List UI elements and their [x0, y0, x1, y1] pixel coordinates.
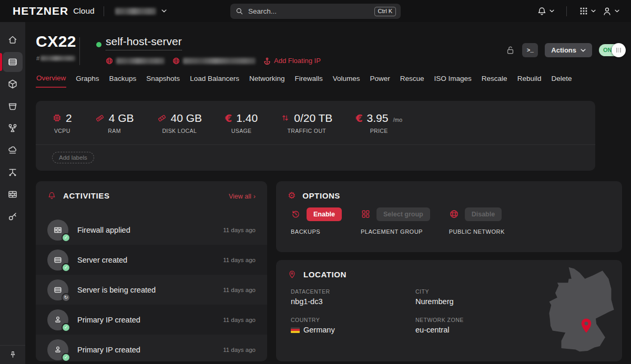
euro-icon: €: [225, 112, 232, 124]
field-city: CITY Nuremberg: [415, 288, 508, 306]
key-icon: [7, 211, 18, 222]
add-floating-ip-button[interactable]: Add Floating IP: [263, 57, 321, 65]
user-menu[interactable]: [599, 4, 623, 18]
sidebar-item-storage[interactable]: [3, 96, 23, 116]
topbar-divider: [566, 6, 567, 16]
stat-suffix: /mo: [393, 117, 402, 124]
chevron-down-icon: [581, 49, 586, 52]
location-title: LOCATION: [303, 270, 347, 279]
field-label: NETWORK ZONE: [415, 317, 508, 323]
status-success-badge: ✓: [62, 323, 70, 332]
chevron-down-icon: [591, 9, 596, 13]
stat-vcpu: 2 VCPU: [53, 112, 72, 134]
redacted-server-id: [40, 56, 75, 61]
option-label: PUBLIC NETWORK: [449, 228, 505, 235]
activity-row: ✓ Server created 11 days ago: [36, 245, 267, 275]
labels-row: Add labels: [36, 145, 595, 170]
tab-backups[interactable]: Backups: [109, 74, 137, 88]
enable-backups-button[interactable]: Enable: [307, 207, 342, 221]
stat-ram: 4 GB RAM: [95, 112, 134, 134]
tab-graphs[interactable]: Graphs: [75, 74, 99, 88]
server-controls: >_ Actions ON: [505, 43, 624, 57]
hetzner-logo: HETZNER: [13, 5, 68, 17]
globe-icon: [449, 209, 459, 219]
tab-iso-images[interactable]: ISO Images: [434, 74, 472, 88]
activity-row: ✓ Primary IP created 11 days ago: [36, 335, 267, 361]
sidebar-item-load-balancers[interactable]: [3, 118, 23, 138]
globe-icon: [172, 57, 180, 65]
tab-rescue[interactable]: Rescue: [400, 74, 425, 88]
sidebar-item-firewalls[interactable]: [3, 184, 23, 204]
tab-snapshots[interactable]: Snapshots: [146, 74, 180, 88]
field-label: DATACENTER: [291, 288, 415, 295]
tab-firewalls[interactable]: Firewalls: [294, 74, 323, 88]
console-button[interactable]: >_: [522, 43, 538, 57]
field-country: COUNTRY Germany: [291, 317, 415, 334]
tab-power[interactable]: Power: [370, 74, 391, 88]
options-title: OPTIONS: [302, 191, 340, 200]
sidebar-item-volumes[interactable]: [3, 74, 23, 94]
tab-delete[interactable]: Delete: [551, 74, 572, 88]
tab-overview[interactable]: Overview: [36, 74, 66, 88]
field-value: nbg1-dc3: [291, 297, 415, 306]
pin-sidebar-icon: [8, 350, 17, 359]
stat-label: TRAFFIC OUT: [287, 128, 326, 134]
server-avatar-icon: [53, 255, 63, 265]
primary-ip-avatar-icon: [53, 315, 63, 325]
header-divider: [79, 37, 80, 65]
server-id: #: [36, 55, 75, 61]
chevron-down-icon: [615, 9, 619, 13]
primary-ip-avatar-icon: [53, 345, 63, 355]
actions-button[interactable]: Actions: [545, 43, 592, 57]
apps-menu[interactable]: [576, 4, 599, 18]
tab-volumes[interactable]: Volumes: [332, 74, 361, 88]
stat-value: 0/20 TB: [294, 112, 332, 124]
sidebar-item-networks[interactable]: [3, 162, 23, 182]
sidebar-item-security[interactable]: [3, 206, 23, 226]
server-name[interactable]: self-host-server: [106, 35, 182, 50]
location-pin-icon: [288, 270, 297, 279]
activities-title: ACTIVITIES: [63, 191, 110, 200]
ipv4-address: [106, 57, 165, 65]
activity-text: Firewall applied: [77, 226, 214, 234]
add-floating-ip-label: Add Floating IP: [274, 57, 321, 65]
networks-icon: [7, 167, 18, 178]
add-labels-button[interactable]: Add labels: [52, 152, 94, 163]
sidebar-item-floating-ips[interactable]: [3, 140, 23, 160]
chevron-down-icon: [549, 9, 554, 13]
server-plan: CX22: [36, 33, 76, 50]
project-switcher[interactable]: [113, 5, 169, 18]
pin-sidebar-button[interactable]: [5, 347, 21, 363]
bell-icon: [47, 191, 56, 200]
germany-flag-icon: [291, 327, 300, 333]
stat-label: VCPU: [54, 128, 70, 134]
tab-load-balancers[interactable]: Load Balancers: [189, 74, 240, 88]
sidebar-item-home[interactable]: [3, 30, 23, 50]
status-running-badge: ↻: [62, 293, 70, 302]
actions-label: Actions: [551, 46, 576, 54]
options-header: ⚙ OPTIONS: [276, 181, 622, 203]
disable-public-network-button[interactable]: Disable: [465, 207, 502, 221]
tab-rebuild[interactable]: Rebuild: [517, 74, 542, 88]
home-icon: [7, 35, 18, 45]
euro-icon: €: [355, 112, 362, 124]
stat-price: € 3.95 /mo PRICE: [355, 112, 402, 134]
power-toggle[interactable]: ON: [599, 44, 624, 56]
stat-value: 4 GB: [109, 112, 134, 124]
search-input[interactable]: [248, 7, 370, 15]
cpu-icon: [53, 113, 62, 122]
tab-networking[interactable]: Networking: [249, 74, 286, 88]
backup-history-icon: [291, 209, 301, 219]
stats-row: 2 VCPU 4 GB RAM 40 GB: [36, 101, 595, 145]
stat-traffic: 0/20 TB TRAFFIC OUT: [281, 112, 332, 134]
notifications-menu[interactable]: [534, 4, 557, 18]
tab-rescale[interactable]: Rescale: [481, 74, 508, 88]
field-network-zone: NETWORK ZONE eu-central: [415, 317, 508, 334]
sidebar-item-servers[interactable]: [3, 52, 23, 72]
global-search: Ctrl K: [230, 4, 401, 19]
select-placement-group-button[interactable]: Select group: [376, 207, 430, 221]
firewalls-icon: [7, 189, 18, 200]
status-success-badge: ✓: [62, 353, 70, 362]
field-value: eu-central: [415, 326, 508, 334]
view-all-button[interactable]: View all ›: [229, 193, 256, 200]
